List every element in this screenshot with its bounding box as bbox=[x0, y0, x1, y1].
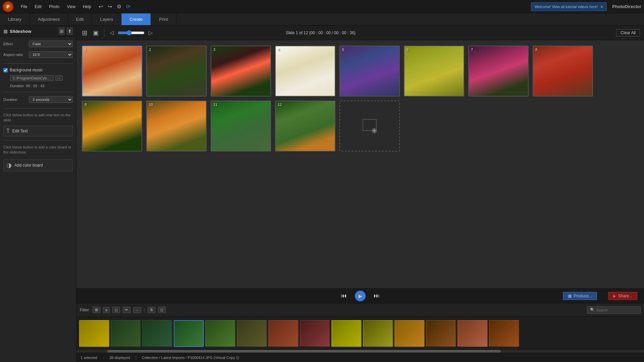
slide-item-1[interactable]: 1 bbox=[82, 46, 142, 97]
app-logo: P bbox=[3, 1, 13, 12]
center-area: ⊞ ▣ ◁ ▷ Slide 1 of 12 (00 : 00 : 00 / 00… bbox=[76, 25, 644, 362]
produce-button[interactable]: ▦ Produce... bbox=[563, 292, 597, 300]
slide-item-9[interactable]: 9 bbox=[82, 101, 142, 152]
slide-image-6 bbox=[405, 46, 464, 96]
edit-text-button[interactable]: T Edit Text bbox=[3, 126, 73, 136]
filter-type-btn[interactable]: ◻ bbox=[112, 307, 120, 313]
menu-edit[interactable]: Edit bbox=[31, 3, 45, 10]
filmstrip-item-11[interactable] bbox=[394, 320, 425, 347]
slide-item-11[interactable]: 11 bbox=[211, 101, 271, 152]
toolbar-sep-1 bbox=[104, 29, 104, 37]
filmstrip-item-4[interactable] bbox=[174, 320, 204, 347]
color-board-hint: Click below button to add a color board … bbox=[3, 145, 73, 155]
play-button[interactable]: ▶ bbox=[355, 291, 366, 301]
slide-duration-select[interactable]: 3 seconds 5 seconds 10 seconds bbox=[29, 96, 73, 103]
slide-item-6[interactable]: 6 bbox=[404, 46, 464, 97]
slide-item-12[interactable]: 12 bbox=[275, 101, 335, 152]
slide-number-1: 1 bbox=[85, 48, 87, 52]
file-path-row: C:\ProgramData\CyberLink\P... ··· bbox=[10, 75, 73, 81]
slide-number-8: 8 bbox=[535, 48, 537, 52]
scrollbar-thumb[interactable] bbox=[107, 350, 501, 353]
filter-list-btn[interactable]: ≡ bbox=[103, 307, 110, 313]
slide-item-2[interactable]: 2 bbox=[146, 46, 207, 97]
grid-view-icon[interactable]: ⊞ bbox=[80, 28, 89, 38]
slide-item-4[interactable]: 4 bbox=[275, 46, 335, 97]
slide-item-5[interactable]: 5 bbox=[339, 46, 400, 97]
filmstrip-item-5[interactable] bbox=[205, 320, 235, 347]
share-icon: ▶ bbox=[613, 294, 616, 298]
skip-to-end-button[interactable]: ⏭ bbox=[371, 291, 382, 301]
tab-adjustment[interactable]: Adjustment bbox=[30, 13, 68, 25]
filter-sort-btn[interactable]: ⇅ bbox=[148, 307, 155, 313]
filmstrip-scrollbar[interactable] bbox=[79, 350, 641, 353]
effect-select[interactable]: Fade Dissolve Slide bbox=[29, 41, 73, 47]
menu-file[interactable]: File bbox=[17, 3, 31, 10]
filmstrip-item-13[interactable] bbox=[458, 320, 488, 347]
aspect-ratio-row: Aspect ratio 16:9 4:3 1:1 bbox=[3, 51, 73, 58]
share-button[interactable]: ▶ Share... bbox=[608, 292, 637, 300]
tab-print[interactable]: Print bbox=[151, 13, 176, 25]
clear-all-button[interactable]: Clear All bbox=[616, 29, 640, 37]
menu-help[interactable]: Help bbox=[79, 3, 95, 10]
slide-item-7[interactable]: 7 bbox=[468, 46, 529, 97]
tab-layers[interactable]: Layers bbox=[92, 13, 121, 25]
filter-display-btn[interactable]: ◻ bbox=[158, 307, 166, 313]
slide-image-3 bbox=[211, 46, 270, 96]
filmstrip-item-12[interactable] bbox=[426, 320, 456, 347]
redo-icon[interactable]: ↪ bbox=[106, 3, 113, 10]
menu-view[interactable]: View bbox=[63, 3, 79, 10]
slide-add-new[interactable] bbox=[339, 101, 400, 152]
panel-view-btn[interactable]: ⊞ bbox=[59, 27, 65, 35]
search-input[interactable] bbox=[596, 308, 642, 312]
aspect-select[interactable]: 16:9 4:3 1:1 bbox=[29, 51, 73, 58]
add-color-board-button[interactable]: ◑ Add color board bbox=[3, 159, 73, 171]
search-box: 🔍 × bbox=[587, 306, 641, 314]
filmstrip-item-7[interactable] bbox=[268, 320, 299, 347]
sync-icon[interactable]: ⟳ bbox=[125, 3, 132, 10]
filmstrip-item-14[interactable] bbox=[489, 320, 519, 347]
slide-image-9 bbox=[83, 101, 142, 151]
tab-create[interactable]: Create bbox=[121, 13, 151, 25]
skip-to-start-button[interactable]: ⏮ bbox=[338, 291, 350, 301]
filmstrip-item-1[interactable] bbox=[79, 320, 109, 347]
filmstrip-item-2[interactable] bbox=[111, 320, 141, 347]
tab-library[interactable]: Library bbox=[0, 13, 30, 25]
settings-icon[interactable]: ⚙ bbox=[115, 3, 123, 10]
slide-item-3[interactable]: 3 bbox=[211, 46, 271, 97]
panel-export-btn[interactable]: ⬆ bbox=[67, 27, 73, 35]
search-icon: 🔍 bbox=[590, 308, 595, 312]
filter-bar: Filter: ⊞ ≡ ◻ ✏ ··· | ⇅ ◻ 🔍 × bbox=[76, 303, 644, 316]
slide-image-8 bbox=[533, 46, 592, 96]
slide-item-8[interactable]: 8 bbox=[533, 46, 593, 97]
welcome-banner: Welcome! View all tutorial videos here! … bbox=[531, 2, 607, 11]
bg-music-checkbox[interactable] bbox=[3, 68, 8, 72]
single-view-icon[interactable]: ▣ bbox=[92, 28, 100, 37]
filter-grid-btn[interactable]: ⊞ bbox=[93, 307, 100, 313]
filter-more-btn[interactable]: ··· bbox=[133, 307, 141, 313]
status-path: Collection / Latest Imports / P1000414.J… bbox=[142, 356, 239, 360]
bottom-controls: ⏮ ▶ ⏭ ▦ Produce... ▶ Share... bbox=[76, 288, 644, 303]
zoom-in-icon[interactable]: ▷ bbox=[147, 29, 154, 37]
welcome-close-button[interactable]: × bbox=[600, 4, 603, 9]
topbar: P File Edit Photo View Help ↩ ↪ ⚙ ⟳ Welc… bbox=[0, 0, 644, 13]
zoom-slider[interactable] bbox=[118, 30, 145, 36]
status-sep-2: | bbox=[136, 355, 137, 360]
filmstrip-item-9[interactable] bbox=[331, 320, 362, 347]
tab-edit[interactable]: Edit bbox=[68, 13, 92, 25]
undo-icon[interactable]: ↩ bbox=[97, 3, 104, 10]
filmstrip bbox=[76, 316, 644, 350]
status-sep: - bbox=[103, 355, 104, 360]
zoom-out-icon[interactable]: ◁ bbox=[108, 29, 115, 37]
file-path-more-btn[interactable]: ··· bbox=[55, 75, 63, 81]
filmstrip-item-6[interactable] bbox=[237, 320, 267, 347]
filmstrip-item-8[interactable] bbox=[300, 320, 330, 347]
filter-color-btn[interactable]: ✏ bbox=[123, 307, 130, 313]
slide-number-6: 6 bbox=[407, 48, 409, 52]
menu-photo[interactable]: Photo bbox=[46, 3, 63, 10]
filmstrip-item-3[interactable] bbox=[142, 320, 172, 347]
slide-item-10[interactable]: 10 bbox=[146, 101, 207, 152]
panel-title: Slideshow bbox=[10, 29, 31, 34]
filmstrip-item-10[interactable] bbox=[363, 320, 393, 347]
filter-sep: | bbox=[144, 308, 145, 312]
edit-text-hint: Click below button to add new text on th… bbox=[3, 113, 73, 123]
